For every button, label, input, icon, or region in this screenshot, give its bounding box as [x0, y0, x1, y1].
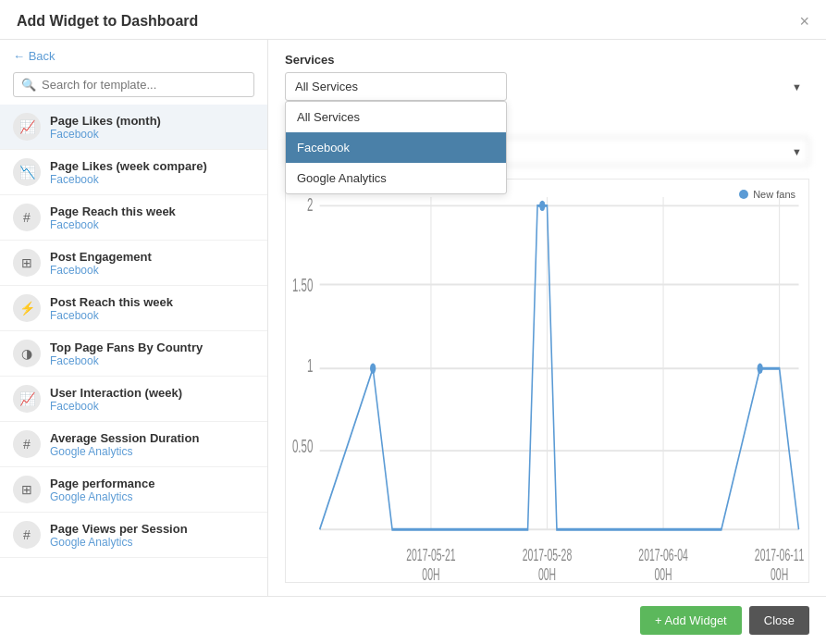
- widget-name: User Interaction (week): [50, 386, 182, 400]
- chart-svg: 2 1.50 1 0.50 2017-05-21: [286, 180, 808, 582]
- widget-item[interactable]: 📈 Page Likes (month) Facebook: [0, 105, 267, 150]
- services-dropdown-container: All Services Facebook Google Analytics ▼…: [285, 72, 809, 101]
- right-panel: Services All Services Facebook Google An…: [268, 40, 826, 596]
- svg-point-23: [758, 364, 763, 374]
- widget-icon: 📈: [13, 113, 41, 141]
- widget-info: Average Session Duration Google Analytic…: [50, 431, 199, 458]
- services-dropdown-menu: All Services Facebook Google Analytics: [285, 101, 507, 194]
- widget-icon: ⊞: [13, 476, 41, 503]
- back-link[interactable]: Back: [0, 40, 267, 68]
- widget-item[interactable]: 📉 Page Likes (week compare) Facebook: [0, 150, 267, 195]
- modal-header: Add Widget to Dashboard ×: [0, 0, 826, 40]
- svg-text:2017-05-28: 2017-05-28: [523, 545, 572, 564]
- widget-name: Page performance: [50, 477, 154, 490]
- svg-text:2: 2: [307, 193, 313, 216]
- legend-dot: [739, 190, 748, 199]
- widget-icon: #: [13, 430, 41, 458]
- widget-name: Post Engagement: [50, 250, 152, 264]
- chart-legend: New fans: [739, 189, 795, 200]
- services-dropdown[interactable]: All Services Facebook Google Analytics: [285, 72, 507, 101]
- widget-item[interactable]: ⊞ Page performance Google Analytics: [0, 467, 267, 513]
- modal-body: Back 🔍 📈 Page Likes (month) Facebook 📉 P…: [0, 40, 826, 596]
- widget-service: Facebook: [50, 400, 182, 413]
- widget-name: Page Reach this week: [50, 204, 176, 218]
- widget-info: Top Page Fans By Country Facebook: [50, 341, 203, 367]
- widget-list: 📈 Page Likes (month) Facebook 📉 Page Lik…: [0, 105, 267, 596]
- widget-item[interactable]: ◑ Top Page Fans By Country Facebook: [0, 331, 267, 377]
- widget-icon: #: [13, 204, 41, 231]
- widget-name: Post Reach this week: [50, 295, 173, 309]
- widget-service: Facebook: [50, 173, 207, 186]
- modal-title: Add Widget to Dashboard: [17, 13, 198, 30]
- widget-name: Top Page Fans By Country: [50, 341, 203, 354]
- search-box: 🔍: [13, 72, 254, 97]
- widget-icon: 📈: [13, 385, 41, 413]
- left-panel: Back 🔍 📈 Page Likes (month) Facebook 📉 P…: [0, 40, 268, 596]
- svg-text:00H: 00H: [422, 564, 439, 582]
- svg-text:00H: 00H: [538, 564, 556, 582]
- widget-info: Page Likes (week compare) Facebook: [50, 159, 207, 186]
- widget-name: Page Likes (month): [50, 114, 161, 128]
- widget-item[interactable]: # Page Reach this week Facebook: [0, 195, 267, 241]
- widget-info: Page performance Google Analytics: [50, 477, 154, 503]
- widget-icon: 📉: [13, 158, 41, 186]
- widget-info: Page Reach this week Facebook: [50, 204, 176, 231]
- add-widget-button[interactable]: + Add Widget: [640, 606, 742, 635]
- widget-service: Facebook: [50, 128, 161, 141]
- search-input[interactable]: [42, 78, 246, 92]
- svg-text:00H: 00H: [771, 564, 788, 582]
- widget-service: Facebook: [50, 218, 176, 231]
- widget-info: Post Reach this week Facebook: [50, 295, 173, 322]
- widget-service: Facebook: [50, 354, 203, 367]
- svg-point-22: [539, 201, 545, 211]
- widget-icon: #: [13, 521, 41, 549]
- widget-service: Facebook: [50, 309, 173, 322]
- dropdown-option-facebook[interactable]: Facebook: [286, 132, 506, 163]
- widget-info: Post Engagement Facebook: [50, 250, 152, 277]
- modal-footer: + Add Widget Close: [0, 596, 826, 644]
- widget-icon: ◑: [13, 340, 41, 367]
- search-icon: 🔍: [21, 78, 36, 92]
- dropdown-option-google-analytics[interactable]: Google Analytics: [286, 163, 506, 193]
- widget-item[interactable]: # Average Session Duration Google Analyt…: [0, 422, 267, 467]
- dropdown-arrow-icon: ▼: [792, 81, 802, 93]
- widget-info: Page Views per Session Google Analytics: [50, 522, 188, 549]
- widget-info: Page Likes (month) Facebook: [50, 114, 161, 141]
- svg-point-21: [370, 364, 376, 374]
- chart-area: New fans 2 1.50 1 0.50: [285, 179, 809, 583]
- widget-service: Facebook: [50, 264, 152, 277]
- widget-name: Page Likes (week compare): [50, 159, 207, 173]
- svg-text:2017-05-21: 2017-05-21: [406, 545, 455, 564]
- widget-info: User Interaction (week) Facebook: [50, 386, 182, 413]
- widget-item[interactable]: # Page Views per Session Google Analytic…: [0, 513, 267, 558]
- svg-text:1: 1: [307, 354, 313, 377]
- close-button[interactable]: Close: [749, 606, 809, 635]
- services-label: Services: [285, 53, 809, 67]
- svg-text:0.50: 0.50: [292, 435, 313, 457]
- svg-text:1.50: 1.50: [292, 274, 313, 296]
- add-widget-modal: Add Widget to Dashboard × Back 🔍 📈 Page …: [0, 0, 826, 644]
- dropdown-option-all-services[interactable]: All Services: [286, 102, 506, 132]
- widget-icon: ⊞: [13, 249, 41, 277]
- widget-service: Google Analytics: [50, 536, 188, 549]
- svg-text:00H: 00H: [654, 564, 672, 582]
- widget-item[interactable]: ⚡ Post Reach this week Facebook: [0, 286, 267, 331]
- widget-service: Google Analytics: [50, 490, 154, 503]
- widget-icon: ⚡: [13, 294, 41, 322]
- legend-label: New fans: [753, 189, 795, 200]
- widget-item[interactable]: ⊞ Post Engagement Facebook: [0, 241, 267, 286]
- widget-name: Page Views per Session: [50, 522, 188, 536]
- svg-text:2017-06-04: 2017-06-04: [638, 545, 688, 564]
- svg-text:2017-06-11: 2017-06-11: [755, 545, 804, 564]
- widget-item[interactable]: 📈 User Interaction (week) Facebook: [0, 377, 267, 422]
- widget-service: Google Analytics: [50, 445, 199, 458]
- widget-name: Average Session Duration: [50, 431, 199, 445]
- close-x-button[interactable]: ×: [799, 13, 809, 30]
